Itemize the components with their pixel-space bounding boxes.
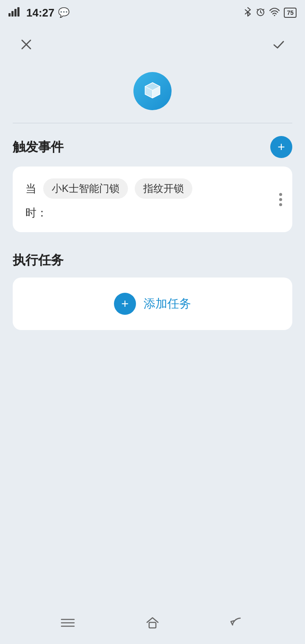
wechat-icon: 💬 — [58, 7, 69, 18]
top-nav — [0, 25, 305, 64]
trigger-section-header: 触发事件 + — [13, 136, 292, 158]
icon-section — [0, 64, 305, 123]
svg-rect-0 — [8, 13, 11, 17]
when-label: 当 — [25, 181, 36, 196]
close-button[interactable] — [15, 33, 37, 56]
svg-rect-15 — [149, 622, 156, 628]
dot-3 — [279, 203, 282, 206]
signal-icon — [8, 7, 21, 19]
trigger-card: 当 小K士智能门锁 指纹开锁 时： — [13, 167, 292, 232]
status-right: 75 — [244, 7, 297, 19]
add-trigger-button[interactable]: + — [270, 136, 292, 158]
home-button[interactable] — [140, 610, 165, 636]
add-task-label: 添加任务 — [144, 296, 191, 312]
back-button[interactable] — [225, 610, 250, 636]
confirm-button[interactable] — [268, 33, 290, 56]
task-section: 执行任务 + 添加任务 — [0, 239, 305, 337]
status-time: 14:27 — [26, 6, 55, 19]
alarm-icon — [256, 7, 265, 19]
dot-1 — [279, 193, 282, 196]
trigger-row: 当 小K士智能门锁 指纹开锁 — [25, 178, 280, 199]
more-options-button[interactable] — [279, 193, 282, 206]
svg-rect-3 — [17, 7, 19, 17]
add-task-circle: + — [114, 293, 136, 315]
battery-indicator: 75 — [284, 8, 297, 18]
dot-2 — [279, 198, 282, 201]
event-tag[interactable]: 指纹开锁 — [135, 178, 192, 199]
trigger-time-row: 时： — [25, 205, 280, 220]
svg-rect-2 — [14, 9, 17, 17]
at-label: 时： — [25, 206, 47, 219]
trigger-section: 触发事件 + 当 小K士智能门锁 指纹开锁 时： — [0, 123, 305, 239]
status-bar: 14:27 💬 75 — [0, 0, 305, 25]
menu-button[interactable] — [55, 610, 80, 636]
app-icon — [133, 72, 172, 110]
task-section-header: 执行任务 — [13, 252, 292, 269]
task-section-title: 执行任务 — [13, 252, 64, 269]
svg-point-5 — [274, 15, 275, 16]
svg-rect-1 — [11, 11, 14, 17]
bluetooth-icon — [244, 7, 252, 19]
add-task-card[interactable]: + 添加任务 — [13, 278, 292, 330]
trigger-section-title: 触发事件 — [13, 139, 64, 156]
status-left: 14:27 💬 — [8, 6, 69, 19]
wifi-icon — [269, 8, 280, 18]
device-tag[interactable]: 小K士智能门锁 — [43, 178, 128, 199]
bottom-nav — [0, 602, 305, 644]
